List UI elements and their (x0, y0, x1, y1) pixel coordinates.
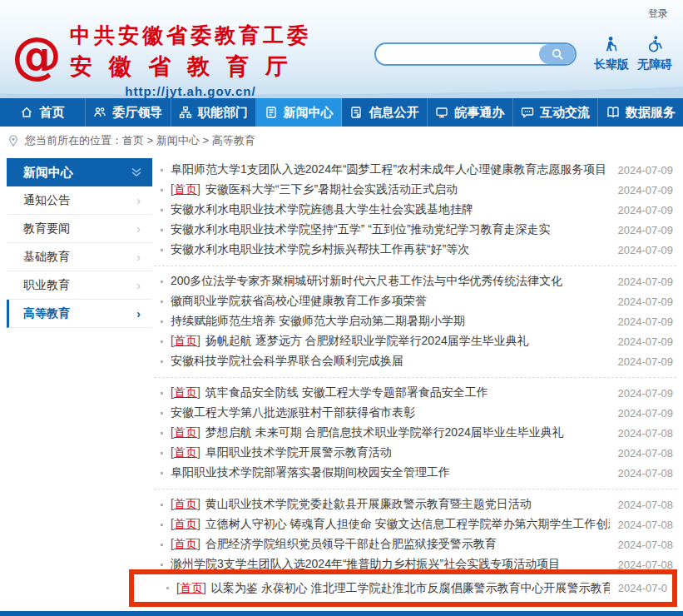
nav-item-services[interactable]: 皖事通办 (428, 98, 513, 127)
news-title[interactable]: 安徽水利水电职业技术学院坚持“五学” “五到位”推动党纪学习教育走深走实 (171, 222, 610, 237)
nav-item-label: 皖事通办 (454, 105, 504, 121)
news-title[interactable]: 安徽水利水电职业技术学院乡村振兴帮扶工作再获“好”等次 (171, 242, 610, 257)
flag-label[interactable]: 首页 (174, 425, 197, 439)
highlight-box[interactable]: [首页]以案为鉴 永葆初心 淮北理工学院赴淮北市反腐倡廉警示教育中心开展警示教育… (129, 569, 677, 607)
sidebar-item-教育要闻[interactable]: 教育要闻› (7, 215, 152, 243)
nav-item-news[interactable]: 新闻中心 (256, 98, 342, 127)
news-list-item[interactable]: [首页]扬帆起航 逐梦远方 合肥财经职业学院举行2024届学生毕业典礼2024-… (154, 331, 676, 351)
news-list-item[interactable]: [首页]立德树人守初心 铸魂育人担使命 安徽文达信息工程学院举办第六期学生工作创… (154, 514, 676, 534)
news-title[interactable]: 扬帆起航 逐梦远方 合肥财经职业学院举行2024届学生毕业典礼 (205, 334, 610, 349)
news-list-item[interactable]: [首页]梦想启航 未来可期 合肥信息技术职业学院举行2024届毕业生毕业典礼20… (154, 423, 676, 443)
news-title[interactable]: 梦想启航 未来可期 合肥信息技术职业学院举行2024届毕业生毕业典礼 (205, 425, 610, 440)
nav-item-interaction[interactable]: 互动交流 (513, 98, 599, 127)
news-title[interactable]: 黄山职业技术学院党委赴歙县开展廉政警示教育暨主题党日活动 (205, 497, 610, 512)
news-list-item[interactable]: 阜阳职业技术学院部署落实暑假期间校园安全管理工作2024-07-08 (154, 463, 676, 483)
document-list-icon (349, 106, 363, 119)
flag-label[interactable]: 首页 (174, 334, 197, 347)
login-link[interactable]: 登录 (648, 7, 668, 21)
flag-bracket: ] (197, 425, 200, 439)
chevron-right-icon: › (136, 307, 141, 320)
accessibility-button[interactable]: 无障碍 (632, 35, 677, 72)
bullet-icon (161, 564, 163, 566)
sidebar-item-基础教育[interactable]: 基础教育› (7, 243, 152, 271)
sidebar-header[interactable]: 新闻中心 (7, 158, 152, 186)
nav-item-leaders[interactable]: 委厅领导 (86, 98, 171, 127)
news-date: 2024-07-08 (618, 539, 677, 551)
news-list-item[interactable]: 安徽科技学院社会科学界联合会顺利完成换届2024-07-09 (154, 351, 676, 371)
search-icon (551, 47, 564, 61)
nav-item-data[interactable]: 数据服务 (598, 98, 683, 127)
news-title[interactable]: 筑牢食品安全防线 安徽工程大学专题部署食品安全工作 (205, 385, 610, 400)
group-separator (154, 266, 676, 266)
elder-version-button[interactable]: 长辈版 (589, 35, 634, 72)
news-list-item[interactable]: 阜阳师范大学1支团队入选2024年“圆梦工程”农村未成年人心理健康教育志愿服务项… (154, 160, 676, 180)
site-titles: 中共安徽省委教育工委 安徽省教育厅 http://jyt.ah.gov.cn/ (70, 22, 311, 98)
breadcrumb-separator: > (200, 134, 212, 147)
news-list-item[interactable]: 200多位法学专家齐聚桐城研讨新时代六尺巷工作法与中华优秀传统法律文化2024-… (154, 271, 676, 291)
flag-label[interactable]: 首页 (174, 537, 197, 550)
news-date: 2024-07-09 (618, 315, 677, 328)
news-date: 2024-07-09 (618, 296, 677, 308)
news-list-item[interactable]: [首页]合肥经济学院组织党员领导干部赴合肥监狱接受警示教育2024-07-08 (154, 534, 676, 554)
bullet-icon (161, 472, 163, 474)
nav-item-disclosure[interactable]: 信息公开 (342, 98, 428, 127)
news-title[interactable]: 安徽医科大学“三下乡”暑期社会实践活动正式启动 (205, 182, 610, 197)
front-page-flag: [首页] (176, 581, 206, 596)
news-title[interactable]: 合肥经济学院组织党员领导干部赴合肥监狱接受警示教育 (205, 537, 610, 552)
news-list-item[interactable]: [首页]安徽医科大学“三下乡”暑期社会实践活动正式启动2024-07-09 (154, 180, 676, 200)
sidebar-title: 新闻中心 (23, 165, 73, 181)
sidebar-item-通知公告[interactable]: 通知公告› (7, 186, 152, 215)
flag-label[interactable]: 首页 (174, 385, 197, 399)
sidebar-item-职业教育[interactable]: 职业教育› (7, 271, 152, 300)
sidebar-item-label: 教育要闻 (23, 221, 70, 236)
news-title[interactable]: 持续赋能师范生培养 安徽师范大学启动第二期暑期小学期 (171, 314, 610, 329)
search-bar (374, 42, 577, 66)
news-date: 2024-07-08 (618, 427, 677, 440)
news-list-item[interactable]: 安徽水利水电职业技术学院旌德县大学生社会实践基地挂牌2024-07-09 (154, 200, 676, 220)
news-date: 2024-07-09 (618, 276, 677, 288)
news-doc-icon (265, 106, 278, 119)
news-date: 2024-07-09 (618, 355, 677, 368)
news-list-item[interactable]: [首页]阜阳职业技术学院开展警示教育活动2024-07-08 (154, 443, 676, 463)
nav-item-home[interactable]: 首页 (0, 98, 86, 127)
news-title[interactable]: 立德树人守初心 铸魂育人担使命 安徽文达信息工程学院举办第六期学生工作创新论坛 (205, 517, 610, 532)
page-header: 登录 @ 中共安徽省委教育工委 安徽省教育厅 http://jyt.ah.gov… (0, 0, 683, 98)
flag-label[interactable]: 首页 (174, 497, 197, 510)
news-list-item[interactable]: 安徽水利水电职业技术学院乡村振兴帮扶工作再获“好”等次2024-07-09 (154, 240, 676, 260)
news-list-item[interactable]: [首页]以案为鉴 永葆初心 淮北理工学院赴淮北市反腐倡廉警示教育中心开展警示教育… (160, 579, 671, 599)
search-input[interactable] (376, 44, 539, 64)
breadcrumb-link[interactable]: 新闻中心 (156, 134, 200, 147)
news-title[interactable]: 安徽工程大学第八批选派驻村干部获得省市表彰 (171, 405, 610, 420)
news-title[interactable]: 安徽水利水电职业技术学院旌德县大学生社会实践基地挂牌 (171, 202, 610, 217)
news-date: 2024-07-09 (618, 387, 677, 400)
flag-label[interactable]: 首页 (180, 581, 203, 594)
news-title[interactable]: 200多位法学专家齐聚桐城研讨新时代六尺巷工作法与中华优秀传统法律文化 (171, 274, 610, 289)
search-button[interactable] (539, 44, 575, 64)
flag-label[interactable]: 首页 (174, 445, 197, 459)
sidebar-item-高等教育[interactable]: 高等教育› (7, 300, 152, 328)
flag-bracket: ] (197, 334, 200, 347)
sidebar-item-label: 职业教育 (23, 278, 70, 293)
news-date: 2024-07-09 (618, 224, 677, 236)
news-list-item[interactable]: [首页]黄山职业技术学院党委赴歙县开展廉政警示教育暨主题党日活动2024-07-… (154, 494, 676, 514)
flag-label[interactable]: 首页 (174, 517, 197, 530)
news-list-item[interactable]: 安徽工程大学第八批选派驻村干部获得省市表彰2024-07-09 (154, 403, 676, 423)
news-title[interactable]: 安徽科技学院社会科学界联合会顺利完成换届 (171, 354, 610, 369)
news-title[interactable]: 阜阳职业技术学院部署落实暑假期间校园安全管理工作 (171, 465, 610, 480)
news-list-item[interactable]: 安徽水利水电职业技术学院坚持“五学” “五到位”推动党纪学习教育走深走实2024… (154, 220, 676, 240)
news-date: 2024-07-08 (618, 499, 677, 511)
news-list-item[interactable]: [首页]筑牢食品安全防线 安徽工程大学专题部署食品安全工作2024-07-09 (154, 383, 676, 403)
news-title[interactable]: 阜阳职业技术学院开展警示教育活动 (205, 445, 610, 460)
news-title[interactable]: 阜阳师范大学1支团队入选2024年“圆梦工程”农村未成年人心理健康教育志愿服务项… (171, 162, 610, 177)
news-list-item[interactable]: 持续赋能师范生培养 安徽师范大学启动第二期暑期小学期2024-07-09 (154, 311, 676, 331)
breadcrumb-link[interactable]: 首页 (122, 134, 144, 147)
breadcrumb-link[interactable]: 高等教育 (212, 134, 255, 147)
site-brand: @ 中共安徽省委教育工委 安徽省教育厅 http://jyt.ah.gov.cn… (12, 22, 311, 98)
news-date: 2024-07-0 (618, 582, 671, 594)
nav-item-departments[interactable]: 职能部门 (171, 98, 257, 127)
flag-label[interactable]: 首页 (174, 182, 197, 196)
news-title[interactable]: 徽商职业学院获省高校心理健康教育工作多项荣誉 (171, 294, 610, 309)
news-list-item[interactable]: 徽商职业学院获省高校心理健康教育工作多项荣誉2024-07-09 (154, 291, 676, 311)
news-title[interactable]: 以案为鉴 永葆初心 淮北理工学院赴淮北市反腐倡廉警示教育中心开展警示教育 (211, 581, 610, 596)
nav-item-label: 互动交流 (540, 105, 590, 121)
